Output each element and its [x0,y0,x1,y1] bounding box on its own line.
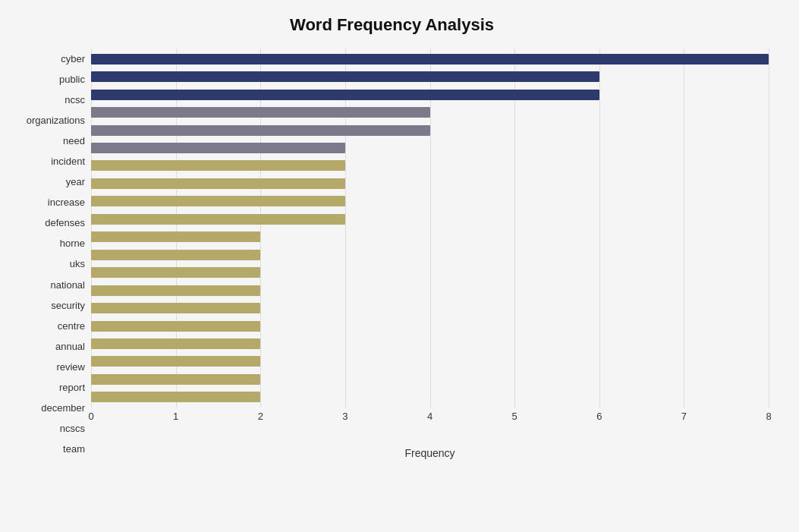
y-label: report [59,382,85,392]
y-label: increase [48,197,85,207]
bar-row [91,299,769,316]
bar [91,90,599,100]
bar [91,303,260,313]
bar [91,338,260,349]
bar [91,54,769,65]
bar [91,143,345,153]
bar-row [91,175,769,192]
chart-area: cyberpublicncscorganizationsneedincident… [15,49,769,459]
bar-row [91,210,769,228]
bar-row [91,157,769,175]
x-tick: 4 [427,411,433,422]
bar-row [91,228,769,246]
bar [91,71,599,82]
y-label: ncscs [60,423,85,433]
x-tick: 2 [258,411,263,422]
x-axis: 012345678 [91,408,769,430]
bar-row [91,282,769,299]
x-tick: 7 [681,411,687,422]
bar-row [91,68,769,85]
bar-row [91,139,769,156]
y-label: review [56,362,85,372]
bar [91,231,260,242]
bar-row [91,86,769,103]
bar [91,250,260,260]
bar-row [91,317,769,335]
y-label: security [51,301,85,310]
y-label: annual [55,342,85,351]
bar [91,214,345,225]
y-label: incident [51,156,85,166]
x-tick: 0 [88,411,93,422]
y-label: december [41,403,85,413]
bar [91,374,260,385]
bar [91,267,260,278]
bar [91,160,345,171]
y-label: centre [58,321,85,331]
chart-title: Word Frequency Analysis [15,15,769,35]
grid-line [769,49,769,408]
x-tick: 8 [766,411,771,422]
bar-row [91,103,769,121]
x-tick: 6 [596,411,602,422]
y-label: cyber [61,54,85,64]
bar [91,321,260,332]
y-label: need [63,136,85,146]
bar-row [91,389,769,406]
bar [91,356,260,367]
x-tick: 1 [173,411,178,422]
bar-row [91,335,769,352]
x-axis-label: Frequency [91,447,769,459]
bars-and-grid: 012345678 Frequency [91,49,769,459]
bar [91,285,260,296]
bar-row [91,121,769,139]
y-label: uks [70,259,85,269]
bar-row [91,353,769,370]
x-tick: 3 [342,411,348,422]
y-label: ncsc [64,95,85,105]
bar-row [91,50,769,68]
bar-row [91,193,769,210]
y-label: public [59,74,85,84]
y-label: defenses [45,218,85,228]
bar [91,196,345,206]
y-label: team [63,444,85,454]
bars-wrapper [91,49,769,408]
bar [91,178,345,189]
bar-row [91,263,769,281]
y-label: national [50,280,85,290]
bar-row [91,370,769,388]
bar [91,107,430,118]
y-label: horne [60,238,85,248]
y-label: organizations [27,115,85,125]
bar [91,125,430,136]
bar-row [91,246,769,263]
y-label: year [66,177,85,187]
x-tick: 5 [512,411,517,422]
bar [91,392,260,402]
grid-and-bars [91,49,769,408]
chart-container: Word Frequency Analysis cyberpublicncsco… [0,0,799,532]
y-labels: cyberpublicncscorganizationsneedincident… [15,49,91,459]
